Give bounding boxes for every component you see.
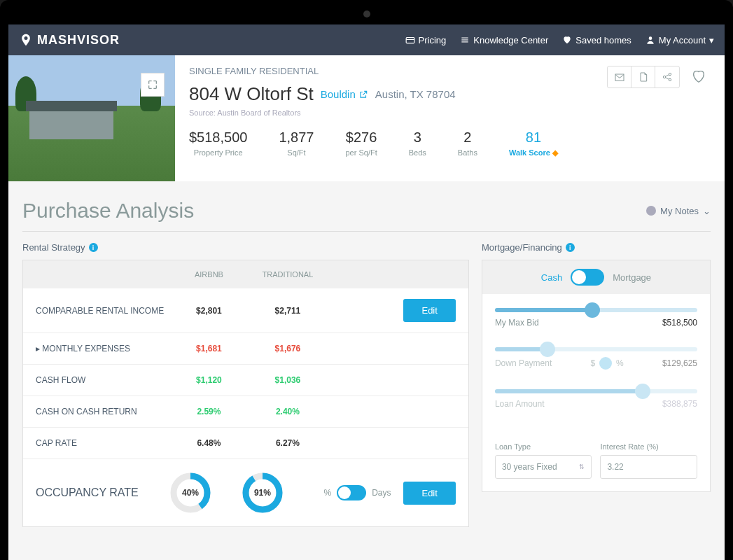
share-button[interactable] <box>655 66 679 88</box>
list-icon <box>460 35 470 45</box>
chevron-down-icon: ⌄ <box>703 206 711 216</box>
my-notes-button[interactable]: My Notes ⌄ <box>646 206 711 216</box>
cash-label: Cash <box>541 272 562 283</box>
property-type: SINGLE FAMILY RESIDENTIAL <box>189 66 593 76</box>
occupancy-trad-donut: 91% <box>242 472 284 514</box>
row-coc: CASH ON CASH RETURN 2.59% 2.40% <box>23 396 468 428</box>
stat-persqft: $276per Sq/Ft <box>345 130 377 158</box>
pct-days-toggle[interactable]: % Days <box>323 485 391 500</box>
stat-walkscore[interactable]: 81Walk Score ◆ <box>509 130 558 158</box>
city-state: Austin, TX 78704 <box>375 88 456 100</box>
heart-outline-icon <box>691 69 706 84</box>
property-address: 804 W Oltorf St <box>189 83 314 105</box>
info-icon[interactable]: i <box>566 243 575 252</box>
expand-caret-icon: ▸ <box>36 344 40 354</box>
maxbid-slider[interactable] <box>495 308 697 312</box>
expand-icon <box>147 79 158 90</box>
heart-icon <box>562 35 572 45</box>
logo-pin-icon <box>19 33 33 47</box>
pdf-button[interactable] <box>631 66 655 88</box>
source-text: Source: Austin Board of Realtors <box>189 108 593 117</box>
loan-type-select[interactable]: 30 years Fixed⇅ <box>495 455 592 479</box>
svg-point-0 <box>25 36 28 40</box>
nav-account[interactable]: My Account ▾ <box>645 35 714 46</box>
share-icon <box>662 71 673 83</box>
nav-knowledge[interactable]: Knowledge Center <box>460 35 548 46</box>
downpayment-slider[interactable] <box>495 347 697 351</box>
card-icon <box>405 35 415 45</box>
row-expenses[interactable]: ▸ MONTHLY EXPENSES $1,681 $1,676 <box>23 333 468 365</box>
dp-unit-toggle[interactable]: $% <box>590 357 623 370</box>
logo[interactable]: MASHVISOR <box>19 33 120 48</box>
mortgage-label: Mortgage <box>613 272 651 283</box>
property-image[interactable] <box>8 55 175 181</box>
svg-point-8 <box>663 76 665 78</box>
edit-income-button[interactable]: Edit <box>403 299 455 322</box>
edit-occupancy-button[interactable]: Edit <box>403 482 455 505</box>
neighborhood-link[interactable]: Bouldin <box>321 88 368 100</box>
info-icon[interactable]: i <box>89 243 98 252</box>
stat-beds: 3Beds <box>409 130 426 158</box>
stat-sqft: 1,877Sq/Ft <box>279 130 314 158</box>
favorite-button[interactable] <box>687 66 711 87</box>
brand-text: MASHVISOR <box>37 33 120 48</box>
mail-icon <box>614 71 625 83</box>
svg-point-6 <box>648 36 652 40</box>
expand-image-button[interactable] <box>141 73 165 97</box>
stat-baths: 2Baths <box>458 130 477 158</box>
stat-price: $518,500Property Price <box>189 130 247 158</box>
row-occupancy: OCCUPANCY RATE 40% 91% <box>23 459 468 526</box>
external-link-icon <box>358 90 368 99</box>
row-income: COMPARABLE RENTAL INCOME $2,801 $2,711 E… <box>23 288 468 333</box>
nav-pricing[interactable]: Pricing <box>405 35 447 46</box>
table-header: AIRBNB TRADITIONAL <box>23 260 468 288</box>
interest-rate-input[interactable] <box>600 455 697 479</box>
mortgage-title: Mortgage/Financingi <box>482 242 711 260</box>
top-nav: MASHVISOR Pricing Knowledge Center Saved… <box>8 24 725 55</box>
email-button[interactable] <box>608 66 631 88</box>
nav-saved[interactable]: Saved homes <box>562 35 631 46</box>
document-icon <box>638 71 649 83</box>
row-cap: CAP RATE 6.48% 6.27% <box>23 428 468 459</box>
svg-line-12 <box>665 78 669 80</box>
occupancy-airbnb-donut: 40% <box>169 472 211 514</box>
page-title: Purchase Analysis <box>22 199 194 223</box>
cash-mortgage-toggle[interactable] <box>571 269 604 286</box>
row-cashflow: CASH FLOW $1,120 $1,036 <box>23 365 468 396</box>
loanamount-slider[interactable] <box>495 389 697 393</box>
notes-dot-icon <box>646 206 656 216</box>
svg-point-10 <box>669 78 671 80</box>
svg-rect-1 <box>406 38 414 43</box>
rental-strategy-title: Rental Strategyi <box>22 242 469 260</box>
caret-down-icon: ▾ <box>709 35 714 46</box>
svg-point-9 <box>669 73 671 75</box>
user-icon <box>645 35 655 45</box>
svg-rect-7 <box>615 74 624 80</box>
select-caret-icon: ⇅ <box>579 463 585 470</box>
svg-line-11 <box>665 75 669 77</box>
